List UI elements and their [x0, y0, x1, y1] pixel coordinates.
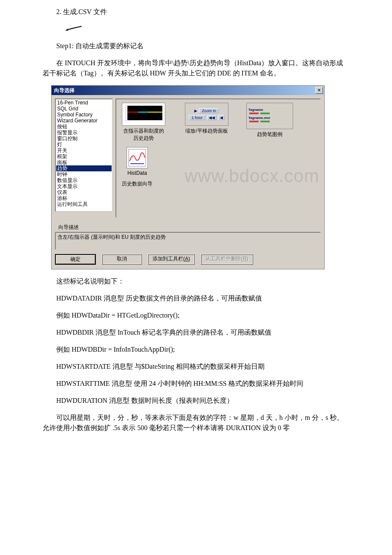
add-to-toolbar-button[interactable]: 添加到工具栏(A) — [148, 254, 195, 265]
paragraph-11: HDWDURATION 消息型 数据时间长度（报表时间总长度） — [9, 396, 383, 406]
preview-item-hist-trend[interactable]: 含指示器和刻度的历史趋势 — [118, 103, 169, 142]
list-item[interactable]: 时钟 — [56, 171, 112, 177]
trend-thumb-icon — [122, 103, 165, 126]
list-item[interactable]: SQL Grid — [56, 106, 112, 112]
list-item[interactable]: 仪表 — [56, 189, 112, 195]
list-item[interactable]: 框架 — [56, 153, 112, 159]
paragraph-6: 例如 HDWDataDir = HTGetLogDirectory(); — [9, 310, 383, 321]
list-item[interactable]: 运行时间工具 — [56, 201, 112, 207]
description-box: 含左/右指示器 (显示时间)和 EU 刻度的历史趋势 — [55, 232, 321, 250]
preview-label: 含指示器和刻度的历史趋势 — [118, 127, 169, 142]
list-item[interactable]: 16-Pen Trend — [56, 100, 112, 106]
paragraph-1: 2. 生成.CSV 文件 — [9, 7, 383, 17]
description-label: 向导描述 — [55, 223, 321, 232]
paragraph-intro: 在 INTOUCH 开发环境中，将向导库中\趋势\历史趋势向导（HistData… — [9, 58, 383, 78]
paragraph-step1: Step1: 自动生成需要的标记名 — [9, 41, 383, 51]
list-item[interactable]: 灯 — [56, 142, 112, 147]
ok-button[interactable]: 确定 — [55, 254, 96, 265]
histdata-icon — [127, 147, 148, 168]
list-item[interactable]: Symbol Factory — [56, 112, 112, 118]
preview-sublabel: 历史数据向导 — [118, 180, 156, 188]
close-button[interactable]: × — [315, 87, 323, 94]
legend-thumb-icon: Tagname Tagname.mvr — [246, 103, 293, 129]
list-item[interactable]: 按钮 — [56, 124, 112, 130]
preview-label: 缩放/平移趋势面板 — [181, 127, 232, 135]
paragraph-4: 这些标记名说明如下： — [9, 276, 383, 286]
zoom-thumb-icon: ▶Zoom In 1 hour◀◀◀ — [185, 103, 228, 126]
list-item[interactable]: 窗口控制 — [56, 136, 112, 142]
arrow-glyph — [9, 24, 383, 34]
dialog-title: 向导选择 — [54, 87, 75, 94]
list-item[interactable]: 趋势 — [56, 165, 112, 171]
list-item[interactable]: 报警显示 — [56, 130, 112, 136]
paragraph-10: HDWSTARTTIME 消息型 使用 24 小时时钟的 HH:MM:SS 格式… — [9, 379, 383, 389]
list-item[interactable]: 文本显示 — [56, 183, 112, 189]
preview-item-pen-legend[interactable]: Tagname Tagname.mvr 趋势笔图例 — [244, 103, 295, 142]
wizard-select-dialog: 向导选择 × 16-Pen TrendSQL GridSymbol Factor… — [51, 85, 325, 269]
list-item[interactable]: 游标 — [56, 195, 112, 201]
list-item[interactable]: 数值显示 — [56, 177, 112, 183]
preview-item-histdata[interactable]: HistData 历史数据向导 — [118, 147, 156, 188]
paragraph-9: HDWSTARTDATE 消息型 与$DateString 相同格式的数据采样开… — [9, 361, 383, 372]
paragraph-12: 可以用星期，天时，分，秒，等来表示下面是有效的字符：w 星期，d 天，h 小时，… — [9, 413, 383, 433]
category-listbox[interactable]: 16-Pen TrendSQL GridSymbol FactoryWizard… — [55, 98, 113, 212]
cancel-button[interactable]: 取消 — [102, 254, 142, 265]
preview-pane: 含指示器和刻度的历史趋势 ▶Zoom In 1 hour◀◀◀ 缩放/平移趋势面… — [115, 98, 321, 218]
paragraph-5: HDWDATADIR 消息型 历史数据文件的目录的路径名，可用函数赋值 — [9, 293, 383, 304]
remove-from-toolbar-button[interactable]: 从工具栏中删除(R) — [201, 254, 253, 265]
list-item[interactable]: 开关 — [56, 147, 112, 153]
list-item[interactable]: Wizard Generator — [56, 118, 112, 124]
dialog-titlebar: 向导选择 × — [52, 86, 324, 95]
paragraph-8: 例如 HDWDBDir = InfoInTouchAppDir(); — [9, 344, 383, 355]
preview-label: HistData — [118, 170, 156, 176]
paragraph-7: HDWDBDIR 消息型 InTouch 标记名字典的目录的路径名，可用函数赋值 — [9, 327, 383, 338]
preview-label: 趋势笔图例 — [244, 131, 295, 138]
preview-item-zoom-pan[interactable]: ▶Zoom In 1 hour◀◀◀ 缩放/平移趋势面板 — [181, 103, 232, 142]
list-item[interactable]: 面板 — [56, 159, 112, 165]
